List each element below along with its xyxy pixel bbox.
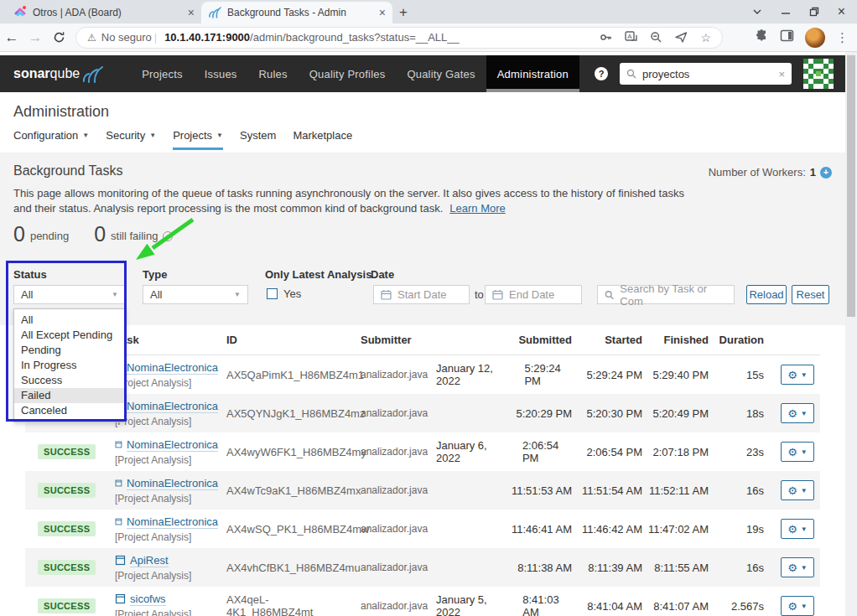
zoom-icon[interactable] (650, 31, 662, 44)
translate-icon[interactable]: A (625, 31, 637, 44)
browser-tab-otros[interactable]: Otros | ADA (Board) × (7, 2, 201, 23)
nav-item-administration[interactable]: Administration (486, 55, 579, 92)
type-select[interactable]: All▼ (143, 285, 248, 304)
global-search-input[interactable]: proyectos × (620, 63, 792, 85)
user-avatar[interactable] (803, 59, 834, 89)
submitted-time: 2:06:54 PM (522, 439, 572, 464)
nav-item-rules[interactable]: Rules (248, 55, 299, 92)
minimize-window-icon[interactable] (781, 7, 791, 17)
nav-item-issues[interactable]: Issues (194, 55, 248, 92)
started-time: 8:11:39 AM (579, 548, 646, 587)
checkbox-icon[interactable] (267, 288, 278, 299)
reset-button[interactable]: Reset (792, 285, 829, 304)
status-option[interactable]: In Progress (14, 358, 125, 373)
task-duration: 16s (711, 471, 766, 510)
task-actions-button[interactable]: ⚙▼ (781, 480, 814, 500)
only-latest-checkbox[interactable]: Yes (267, 287, 301, 300)
side-panel-icon[interactable] (780, 28, 794, 46)
task-duration: 16s (711, 548, 766, 587)
page-scrollbar (845, 52, 857, 616)
task-actions-button[interactable]: ⚙▼ (781, 403, 814, 423)
gear-icon: ⚙ (787, 447, 797, 458)
task-actions-button[interactable]: ⚙▼ (781, 365, 814, 385)
task-actions-button[interactable]: ⚙▼ (781, 557, 814, 577)
status-option[interactable]: All Except Pending (14, 328, 125, 343)
project-link[interactable]: sicofws (130, 593, 166, 606)
close-window-icon[interactable]: × (838, 4, 845, 19)
learn-more-link[interactable]: Learn More (449, 202, 505, 215)
nav-item-projects[interactable]: Projects (131, 55, 194, 92)
address-bar[interactable]: ⚠ No seguro | 10.1.40.171:9000/admin/bac… (75, 27, 723, 49)
task-actions-button[interactable]: ⚙▼ (781, 442, 814, 462)
project-icon (115, 516, 122, 527)
pending-stat: 0 pending (13, 223, 69, 245)
task-id: AX4vhCfBK1_H86MBZ4mu (218, 548, 352, 587)
task-actions-button[interactable]: ⚙▼ (781, 596, 814, 616)
still-failing-stat: 0 still failing ? (94, 223, 173, 245)
bookmark-star-icon[interactable]: ☆ (700, 31, 711, 44)
section-title: Background Tasks (13, 163, 122, 179)
nav-item-quality-profiles[interactable]: Quality Profiles (299, 55, 397, 92)
send-icon[interactable] (675, 31, 688, 44)
started-time: 11:51:54 AM (579, 471, 646, 510)
project-link[interactable]: ApiRest (130, 554, 169, 567)
browser-toolbar: ← → ⚠ No seguro | 10.1.40.171:9000/admin… (0, 23, 857, 52)
reload-button[interactable]: Reload (746, 285, 787, 304)
task-qualifier: [Project Analysis] (113, 493, 218, 505)
task-id: AX5QYNJgK1_H86MBZ4mz (218, 394, 352, 432)
help-icon[interactable]: ? (163, 231, 173, 241)
task-submitter: analizador.java (352, 587, 436, 616)
tab-marketplace[interactable]: Marketplace (293, 129, 352, 150)
project-icon (115, 478, 122, 489)
browser-profile-avatar[interactable] (805, 28, 825, 48)
tab-projects[interactable]: Projects▼ (173, 129, 223, 150)
close-tab-icon[interactable]: × (188, 6, 195, 19)
start-date-input[interactable]: Start Date (373, 285, 470, 304)
task-search-input[interactable]: Search by Task or Com (597, 285, 735, 304)
sonarqube-logo[interactable]: sonarqube (13, 65, 104, 83)
project-link[interactable]: NominaElectronica (127, 515, 218, 529)
status-select[interactable]: All▼ (13, 285, 126, 304)
task-actions-button[interactable]: ⚙▼ (781, 519, 814, 539)
help-icon[interactable]: ? (595, 67, 608, 80)
chevron-down-icon[interactable] (752, 8, 762, 15)
back-icon[interactable]: ← (0, 29, 23, 46)
project-link[interactable]: NominaElectronica (127, 361, 218, 375)
nav-item-quality-gates[interactable]: Quality Gates (396, 55, 486, 92)
tab-security[interactable]: Security▼ (106, 129, 156, 150)
reload-page-icon[interactable] (47, 31, 70, 44)
edit-workers-icon[interactable]: + (820, 167, 832, 179)
key-icon[interactable] (600, 31, 612, 44)
project-link[interactable]: NominaElectronica (127, 400, 218, 413)
clear-search-icon[interactable]: × (778, 68, 785, 80)
status-option[interactable]: Success (14, 373, 125, 388)
task-qualifier: [Project Analysis] (113, 570, 218, 582)
new-tab-button[interactable]: + (392, 2, 414, 23)
tab-title: Background Tasks - Admin (227, 7, 376, 18)
status-option[interactable]: Failed (14, 388, 125, 403)
calendar-icon (381, 289, 392, 300)
submitted-date: January 12, 2022 (436, 362, 507, 387)
status-option[interactable]: Canceled (14, 403, 125, 418)
task-id: AX4wyW6FK1_H86MBZ4my (218, 432, 352, 471)
finished-time: 11:47:02 AM (646, 510, 711, 548)
column-header: Submitter (352, 325, 436, 355)
tab-configuration[interactable]: Configuration▼ (13, 129, 89, 150)
project-link[interactable]: NominaElectronica (127, 477, 218, 490)
table-header: StatusTaskIDSubmitterSubmittedStartedFin… (25, 325, 820, 355)
submitted-date: January 5, 2022 (436, 593, 506, 616)
end-date-input[interactable]: End Date (485, 285, 582, 304)
status-option[interactable]: Pending (14, 343, 125, 358)
tab-system[interactable]: System (240, 129, 276, 150)
scrollbar-thumb[interactable] (847, 55, 855, 317)
forward-icon[interactable]: → (23, 29, 47, 46)
status-option[interactable]: All (14, 313, 125, 328)
task-id: AX4wTc9aK1_H86MBZ4mx (218, 471, 352, 510)
status-badge: SUCCESS (38, 598, 96, 613)
restore-window-icon[interactable] (809, 7, 819, 17)
browser-tab-background-tasks[interactable]: Background Tasks - Admin × (201, 2, 392, 23)
close-tab-icon[interactable]: × (379, 6, 386, 19)
extensions-puzzle-icon[interactable] (755, 28, 769, 46)
browser-menu-icon[interactable]: ⋮ (836, 30, 849, 45)
project-link[interactable]: NominaElectronica (127, 438, 218, 452)
